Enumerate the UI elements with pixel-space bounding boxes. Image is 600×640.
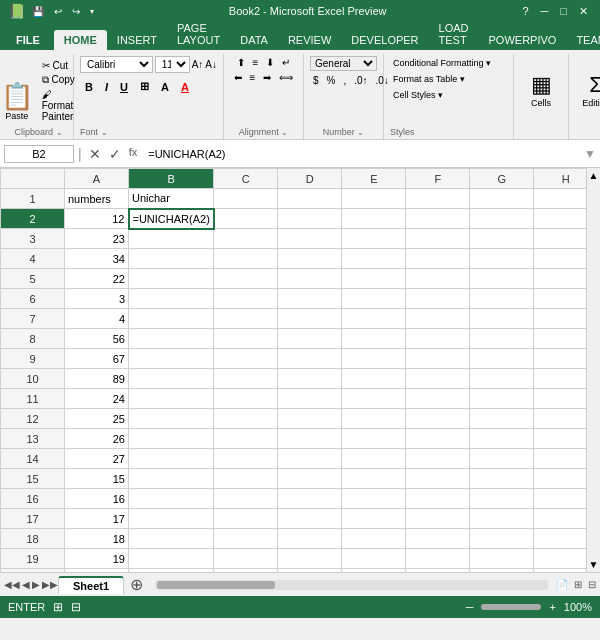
scrollbar-up-btn[interactable]: ▲ [587, 168, 600, 183]
grid-scroll[interactable]: A B C D E F G H I J 1numbersUnichar212=U… [0, 168, 586, 572]
cell-D18[interactable] [278, 529, 342, 549]
cell-F20[interactable] [406, 569, 470, 573]
cell-E12[interactable] [342, 409, 406, 429]
cell-C15[interactable] [214, 469, 278, 489]
cell-E6[interactable] [342, 289, 406, 309]
cell-B12[interactable] [129, 409, 214, 429]
cell-H7[interactable] [534, 309, 586, 329]
tab-review[interactable]: REVIEW [278, 30, 341, 50]
col-header-H[interactable]: H [534, 169, 586, 189]
quick-redo-btn[interactable]: ↪ [69, 5, 83, 18]
cell-D11[interactable] [278, 389, 342, 409]
view-page-btn[interactable]: 📄 [556, 579, 568, 590]
cell-B14[interactable] [129, 449, 214, 469]
row-header-9[interactable]: 9 [1, 349, 65, 369]
cell-D2[interactable] [278, 209, 342, 229]
cell-A16[interactable]: 16 [65, 489, 129, 509]
cell-E3[interactable] [342, 229, 406, 249]
cell-G11[interactable] [470, 389, 534, 409]
cell-E9[interactable] [342, 349, 406, 369]
fill-color-btn[interactable]: A [156, 79, 174, 95]
cell-C19[interactable] [214, 549, 278, 569]
insert-function-btn[interactable]: fx [126, 146, 141, 162]
sheet-scroll-right-btn[interactable]: ▶▶ [42, 579, 58, 590]
cell-C9[interactable] [214, 349, 278, 369]
cell-B19[interactable] [129, 549, 214, 569]
row-header-15[interactable]: 15 [1, 469, 65, 489]
cell-E2[interactable] [342, 209, 406, 229]
cell-D5[interactable] [278, 269, 342, 289]
row-header-1[interactable]: 1 [1, 189, 65, 209]
cell-A8[interactable]: 56 [65, 329, 129, 349]
cell-F10[interactable] [406, 369, 470, 389]
sheet-scroll-prev-btn[interactable]: ◀ [22, 579, 30, 590]
cell-H8[interactable] [534, 329, 586, 349]
cell-F11[interactable] [406, 389, 470, 409]
cell-F15[interactable] [406, 469, 470, 489]
cell-F19[interactable] [406, 549, 470, 569]
confirm-formula-btn[interactable]: ✓ [106, 146, 124, 162]
cell-D10[interactable] [278, 369, 342, 389]
cell-B10[interactable] [129, 369, 214, 389]
cell-C6[interactable] [214, 289, 278, 309]
cell-H11[interactable] [534, 389, 586, 409]
cell-A20[interactable]: 20 [65, 569, 129, 573]
cell-C3[interactable] [214, 229, 278, 249]
cell-H9[interactable] [534, 349, 586, 369]
scrollbar-down-btn[interactable]: ▼ [587, 557, 600, 572]
cell-B13[interactable] [129, 429, 214, 449]
cell-F18[interactable] [406, 529, 470, 549]
cell-C20[interactable] [214, 569, 278, 573]
cell-C14[interactable] [214, 449, 278, 469]
close-btn[interactable]: ✕ [575, 5, 592, 18]
cell-F1[interactable] [406, 189, 470, 209]
comma-btn[interactable]: , [340, 74, 349, 87]
cell-C13[interactable] [214, 429, 278, 449]
cell-A19[interactable]: 19 [65, 549, 129, 569]
cell-H18[interactable] [534, 529, 586, 549]
cell-B8[interactable] [129, 329, 214, 349]
minimize-btn[interactable]: ─ [537, 5, 553, 18]
cell-F7[interactable] [406, 309, 470, 329]
number-format-select[interactable]: General [310, 56, 377, 71]
zoom-out-btn[interactable]: ─ [466, 601, 474, 613]
align-middle-btn[interactable]: ≡ [250, 56, 262, 69]
cell-H12[interactable] [534, 409, 586, 429]
cell-B20[interactable] [129, 569, 214, 573]
row-header-4[interactable]: 4 [1, 249, 65, 269]
vertical-scrollbar[interactable]: ▲ ▼ [586, 168, 600, 572]
cell-H3[interactable] [534, 229, 586, 249]
cell-H20[interactable] [534, 569, 586, 573]
cell-H4[interactable] [534, 249, 586, 269]
col-header-G[interactable]: G [470, 169, 534, 189]
col-header-F[interactable]: F [406, 169, 470, 189]
h-scrollbar-thumb[interactable] [157, 581, 275, 589]
cell-F14[interactable] [406, 449, 470, 469]
increase-decimal-btn[interactable]: .0↑ [351, 74, 370, 87]
tab-data[interactable]: DATA [230, 30, 278, 50]
bold-button[interactable]: B [80, 79, 98, 95]
cell-B5[interactable] [129, 269, 214, 289]
cell-A14[interactable]: 27 [65, 449, 129, 469]
qa-dropdown-btn[interactable]: ▾ [87, 6, 97, 17]
col-header-B[interactable]: B [129, 169, 214, 189]
cell-E13[interactable] [342, 429, 406, 449]
quick-save-btn[interactable]: 💾 [29, 5, 47, 18]
cell-D1[interactable] [278, 189, 342, 209]
col-header-C[interactable]: C [214, 169, 278, 189]
cell-G7[interactable] [470, 309, 534, 329]
cell-G3[interactable] [470, 229, 534, 249]
view-layout-btn[interactable]: ⊞ [574, 579, 582, 590]
decrease-font-btn[interactable]: A↓ [205, 59, 217, 70]
cell-H5[interactable] [534, 269, 586, 289]
sheet-scroll-next-btn[interactable]: ▶ [32, 579, 40, 590]
row-header-5[interactable]: 5 [1, 269, 65, 289]
tab-load-test[interactable]: LOAD TEST [429, 18, 479, 50]
cell-E10[interactable] [342, 369, 406, 389]
cancel-formula-btn[interactable]: ✕ [86, 146, 104, 162]
cell-G12[interactable] [470, 409, 534, 429]
cell-B6[interactable] [129, 289, 214, 309]
cell-B3[interactable] [129, 229, 214, 249]
underline-button[interactable]: U [115, 79, 133, 95]
cell-H16[interactable] [534, 489, 586, 509]
